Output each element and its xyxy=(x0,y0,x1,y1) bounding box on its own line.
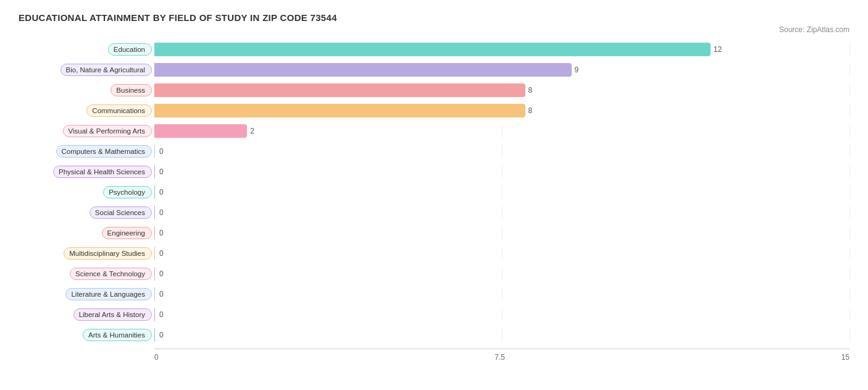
bar-label-container-2: Business xyxy=(19,84,154,96)
bar-row-12: Literature & Languages0 xyxy=(19,285,849,303)
bar-fill-13 xyxy=(154,308,155,321)
bar-track-2: 8 xyxy=(154,83,849,97)
bar-track-1: 9 xyxy=(154,63,849,77)
bar-fill-14 xyxy=(154,328,155,342)
bar-track-10: 0 xyxy=(154,247,849,260)
bar-track-9: 0 xyxy=(154,226,849,240)
bar-row-0: Education12 xyxy=(19,40,849,59)
bar-track-4: 2 xyxy=(154,124,849,138)
bar-label-container-6: Physical & Health Sciences xyxy=(19,166,154,178)
bar-label-7: Psychology xyxy=(103,186,152,198)
bar-row-14: Arts & Humanities0 xyxy=(19,326,849,344)
bar-label-5: Computers & Mathematics xyxy=(56,145,152,158)
bar-label-container-9: Engineering xyxy=(19,227,154,239)
chart-title: EDUCATIONAL ATTAINMENT BY FIELD OF STUDY… xyxy=(19,12,849,23)
bar-label-10: Multidisciplinary Studies xyxy=(64,247,152,260)
bar-row-1: Bio, Nature & Agricultural9 xyxy=(19,61,849,79)
bars-section: Education12Bio, Nature & Agricultural9Bu… xyxy=(19,40,849,346)
bar-label-2: Business xyxy=(111,84,152,96)
bar-value-label-13: 0 xyxy=(159,310,164,319)
bar-label-container-11: Science & Technology xyxy=(19,268,154,280)
bar-value-label-4: 2 xyxy=(250,127,254,135)
bar-value-label-1: 9 xyxy=(575,66,579,74)
bar-fill-12 xyxy=(154,287,155,301)
bar-label-container-4: Visual & Performing Arts xyxy=(19,125,154,137)
bar-row-3: Communications8 xyxy=(19,101,849,120)
bar-fill-0 xyxy=(154,43,711,56)
bar-row-7: Psychology0 xyxy=(19,183,849,201)
bar-track-11: 0 xyxy=(154,267,849,281)
bar-row-8: Social Sciences0 xyxy=(19,203,849,222)
bar-label-container-1: Bio, Nature & Agricultural xyxy=(19,64,154,76)
bar-label-8: Social Sciences xyxy=(90,206,152,219)
bar-track-7: 0 xyxy=(154,185,849,199)
bar-row-2: Business8 xyxy=(19,81,849,100)
bar-fill-7 xyxy=(154,185,155,199)
bar-value-label-9: 0 xyxy=(159,229,164,237)
bar-row-10: Multidisciplinary Studies0 xyxy=(19,244,849,263)
axis-area: 0 7.5 15 xyxy=(154,349,849,362)
bar-label-1: Bio, Nature & Agricultural xyxy=(61,64,152,76)
bar-label-0: Education xyxy=(108,43,152,56)
bar-fill-1 xyxy=(154,63,572,77)
bar-row-13: Liberal Arts & History0 xyxy=(19,305,849,324)
bar-track-14: 0 xyxy=(154,328,849,342)
bar-track-8: 0 xyxy=(154,206,849,219)
bar-label-6: Physical & Health Sciences xyxy=(53,166,152,178)
axis-label-max: 15 xyxy=(841,353,849,362)
bar-value-label-12: 0 xyxy=(159,290,164,299)
chart-container: Education12Bio, Nature & Agricultural9Bu… xyxy=(19,40,849,362)
bar-fill-9 xyxy=(154,226,155,240)
bar-track-13: 0 xyxy=(154,308,849,321)
bar-row-6: Physical & Health Sciences0 xyxy=(19,163,849,181)
bar-value-label-10: 0 xyxy=(159,249,164,258)
bar-fill-5 xyxy=(154,145,155,158)
bar-label-container-13: Liberal Arts & History xyxy=(19,308,154,321)
axis-label-mid: 7.5 xyxy=(495,353,505,362)
bar-value-label-7: 0 xyxy=(159,188,164,197)
bar-track-0: 12 xyxy=(154,43,849,56)
bar-track-5: 0 xyxy=(154,145,849,158)
bar-label-container-12: Literature & Languages xyxy=(19,288,154,300)
bar-track-12: 0 xyxy=(154,287,849,301)
bar-label-9: Engineering xyxy=(102,227,152,239)
bar-track-6: 0 xyxy=(154,165,849,179)
bar-label-4: Visual & Performing Arts xyxy=(63,125,152,137)
bar-value-label-11: 0 xyxy=(159,269,164,278)
bar-row-5: Computers & Mathematics0 xyxy=(19,142,849,161)
bar-label-container-0: Education xyxy=(19,43,154,56)
bar-value-label-2: 8 xyxy=(528,86,533,95)
bar-value-label-14: 0 xyxy=(159,331,164,339)
bar-row-9: Engineering0 xyxy=(19,224,849,242)
bar-fill-11 xyxy=(154,267,155,281)
bar-row-11: Science & Technology0 xyxy=(19,265,849,283)
bar-fill-10 xyxy=(154,247,155,260)
bar-label-container-14: Arts & Humanities xyxy=(19,329,154,341)
bar-track-3: 8 xyxy=(154,104,849,117)
bar-value-label-0: 12 xyxy=(714,45,722,54)
bar-label-container-5: Computers & Mathematics xyxy=(19,145,154,158)
bar-value-label-5: 0 xyxy=(159,147,164,156)
bar-label-container-7: Psychology xyxy=(19,186,154,198)
bar-label-12: Literature & Languages xyxy=(65,288,152,300)
bar-label-14: Arts & Humanities xyxy=(83,329,152,341)
axis-label-0: 0 xyxy=(154,353,159,362)
bar-label-3: Communications xyxy=(86,104,152,117)
bar-fill-4 xyxy=(154,124,247,138)
source-label: Source: ZipAtlas.com xyxy=(19,25,849,34)
bar-value-label-8: 0 xyxy=(159,208,164,217)
bar-fill-3 xyxy=(154,104,525,117)
bar-label-11: Science & Technology xyxy=(70,268,152,280)
bar-row-4: Visual & Performing Arts2 xyxy=(19,122,849,140)
bar-fill-6 xyxy=(154,165,155,179)
bar-label-container-10: Multidisciplinary Studies xyxy=(19,247,154,260)
bar-label-container-8: Social Sciences xyxy=(19,206,154,219)
bar-label-13: Liberal Arts & History xyxy=(73,308,152,321)
bar-value-label-6: 0 xyxy=(159,167,164,176)
bar-label-container-3: Communications xyxy=(19,104,154,117)
bar-fill-2 xyxy=(154,83,525,97)
bar-fill-8 xyxy=(154,206,155,219)
bar-value-label-3: 8 xyxy=(528,106,533,115)
